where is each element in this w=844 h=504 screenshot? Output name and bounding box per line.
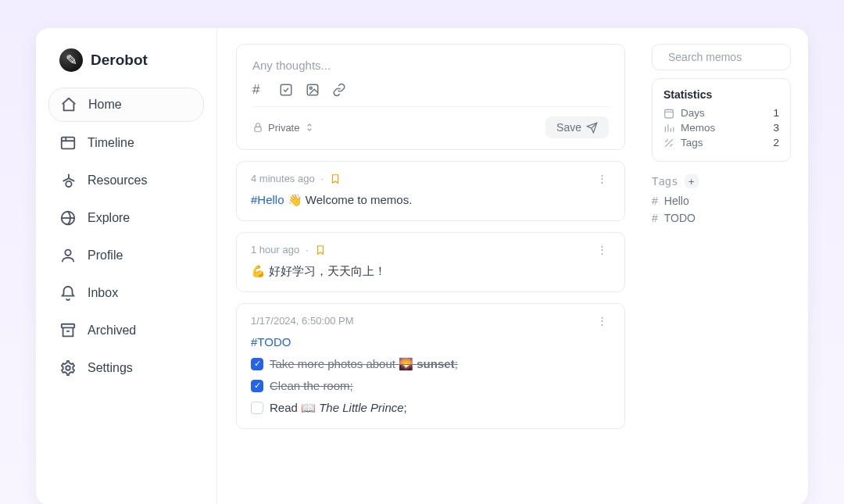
todo-checkbox[interactable] [251, 358, 263, 370]
inbox-icon [59, 284, 77, 302]
composer: # Private Save [236, 44, 625, 150]
stat-row-days: Days1 [663, 107, 779, 119]
todo-text: Clean the room; [270, 377, 353, 395]
nav-list: HomeTimelineResourcesExploreProfileInbox… [48, 88, 204, 384]
todo-item: Clean the room; [251, 377, 610, 395]
composer-toolbar: # [252, 83, 609, 107]
memo-card: 1 hour ago·⋮💪 好好学习，天天向上！ [236, 232, 625, 292]
todo-text: Take more photos about 🌄 sunset; [270, 355, 458, 374]
settings-icon [59, 359, 77, 377]
sidebar-item-label: Inbox [88, 286, 118, 300]
link-icon[interactable] [332, 83, 346, 97]
send-icon [586, 122, 598, 134]
memo-more-button[interactable]: ⋮ [594, 173, 610, 184]
tags-header: Tags + [652, 174, 791, 188]
memo-time: 1 hour ago [251, 244, 299, 256]
stat-label: Days [681, 107, 705, 119]
tag-list: #Hello#TODO [652, 195, 791, 224]
sidebar-item-profile[interactable]: Profile [48, 239, 204, 272]
chevron-updown-icon [304, 122, 315, 133]
sidebar-item-home[interactable]: Home [48, 88, 204, 122]
sidebar-item-label: Archived [88, 323, 136, 338]
stat-value: 1 [773, 107, 779, 119]
svg-rect-6 [281, 84, 291, 95]
stat-label: Memos [681, 122, 715, 134]
stat-label: Tags [681, 137, 703, 148]
visibility-label: Private [268, 122, 299, 134]
tags-title: Tags [652, 175, 678, 188]
sidebar-item-inbox[interactable]: Inbox [48, 277, 204, 309]
svg-rect-9 [255, 127, 261, 131]
composer-input[interactable] [252, 59, 609, 72]
sidebar-item-label: Settings [88, 361, 133, 375]
todo-item: Take more photos about 🌄 sunset; [251, 355, 610, 374]
svg-point-3 [65, 250, 70, 256]
sidebar-item-label: Resources [88, 173, 147, 188]
stat-icon [663, 123, 674, 134]
memo-time: 1/17/2024, 6:50:00 PM [251, 315, 354, 327]
memo-body: #Hello 👋 Welcome to memos. [251, 191, 610, 209]
sidebar-item-timeline[interactable]: Timeline [48, 127, 204, 159]
sidebar-item-resources[interactable]: Resources [48, 164, 204, 197]
svg-point-5 [66, 366, 70, 370]
brand-logo-icon: ✎ [59, 48, 83, 72]
search-input[interactable] [668, 51, 805, 63]
memo-more-button[interactable]: ⋮ [594, 315, 610, 327]
stat-row-memos: Memos3 [663, 122, 779, 134]
todo-checkbox[interactable] [251, 402, 263, 414]
sidebar-item-label: Home [88, 98, 122, 112]
hash-icon: # [652, 195, 658, 207]
lock-icon [252, 122, 263, 133]
timeline-icon [59, 134, 77, 152]
app-frame: ✎ Derobot HomeTimelineResourcesExplorePr… [36, 28, 808, 504]
sidebar-item-label: Timeline [88, 136, 134, 150]
resources-icon [59, 172, 77, 189]
brand: ✎ Derobot [48, 48, 204, 72]
memo-list: 4 minutes ago·⋮#Hello 👋 Welcome to memos… [236, 161, 625, 429]
profile-icon [59, 247, 77, 264]
visibility-selector[interactable]: Private [252, 122, 315, 134]
hash-icon[interactable]: # [252, 83, 266, 97]
memo-body: #TODOTake more photos about 🌄 sunset;Cle… [251, 333, 610, 417]
stat-icon [663, 108, 674, 119]
add-tag-button[interactable]: + [685, 174, 699, 188]
stat-value: 2 [773, 137, 779, 148]
sidebar-item-archived[interactable]: Archived [48, 314, 204, 347]
tag-name: TODO [664, 212, 696, 224]
bookmark-icon [315, 245, 326, 256]
explore-icon [59, 209, 77, 227]
memo-card: 1/17/2024, 6:50:00 PM⋮#TODOTake more pho… [236, 303, 625, 429]
memo-card: 4 minutes ago·⋮#Hello 👋 Welcome to memos… [236, 161, 625, 221]
checkbox-icon[interactable] [279, 83, 293, 97]
memo-more-button[interactable]: ⋮ [594, 244, 610, 256]
statistics-title: Statistics [663, 88, 779, 101]
svg-point-1 [66, 181, 71, 187]
tag-item-todo[interactable]: #TODO [652, 212, 791, 224]
sidebar: ✎ Derobot HomeTimelineResourcesExplorePr… [36, 28, 217, 504]
image-icon[interactable] [306, 83, 320, 97]
svg-rect-11 [665, 109, 674, 118]
archived-icon [59, 322, 77, 339]
search-box[interactable] [652, 44, 791, 70]
main-column: # Private Save 4 minutes ago·⋮#Hello 👋 W… [217, 28, 644, 504]
svg-rect-4 [62, 324, 75, 328]
sidebar-item-explore[interactable]: Explore [48, 202, 204, 234]
home-icon [60, 96, 77, 113]
stat-value: 3 [773, 122, 779, 134]
stats-rows: Days1Memos3Tags2 [663, 107, 779, 148]
memo-body: 💪 好好学习，天天向上！ [251, 262, 610, 281]
brand-name: Derobot [91, 52, 148, 69]
tag-item-hello[interactable]: #Hello [652, 195, 791, 207]
memo-time: 4 minutes ago [251, 173, 315, 184]
save-button[interactable]: Save [545, 116, 609, 138]
bookmark-icon [330, 173, 341, 184]
svg-rect-7 [307, 84, 318, 95]
sidebar-item-label: Profile [88, 248, 123, 263]
todo-checkbox[interactable] [251, 380, 263, 392]
tag-name: Hello [664, 195, 689, 207]
sidebar-item-label: Explore [88, 211, 130, 225]
stat-icon [663, 138, 674, 148]
sidebar-item-settings[interactable]: Settings [48, 352, 204, 384]
svg-rect-0 [62, 138, 75, 149]
todo-text: Read 📖 The Little Prince; [270, 399, 407, 417]
